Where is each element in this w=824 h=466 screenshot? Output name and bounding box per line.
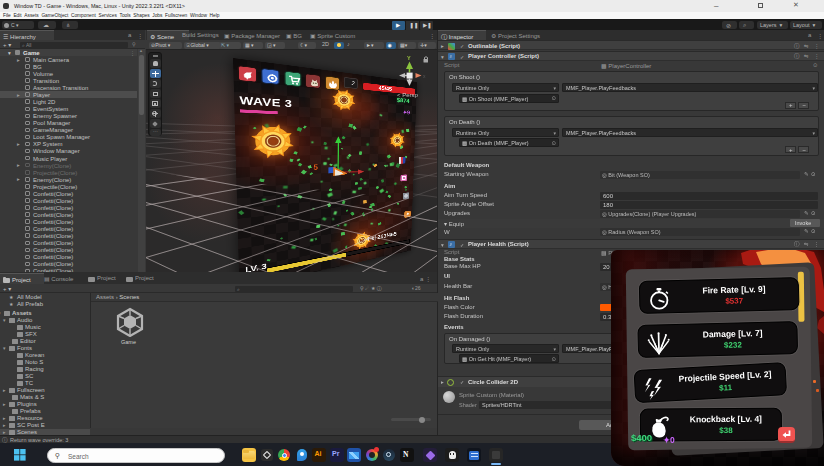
svg-text:x: x <box>423 73 426 79</box>
svg-text:Y: Y <box>407 55 411 61</box>
